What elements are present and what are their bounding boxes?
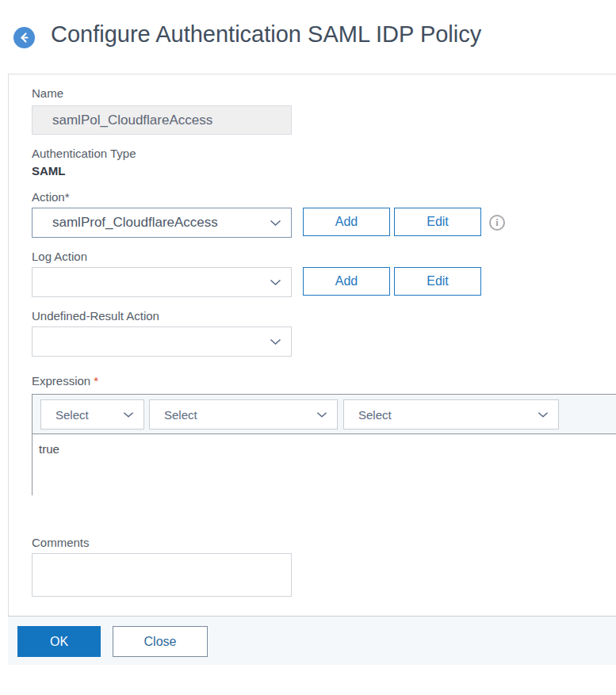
comments-field[interactable] <box>32 553 292 597</box>
panel-left-border <box>8 74 9 665</box>
undefined-result-action-select[interactable] <box>32 326 292 357</box>
action-edit-button[interactable]: Edit <box>394 208 481 236</box>
chevron-down-icon <box>270 279 281 286</box>
close-button[interactable]: Close <box>113 626 208 657</box>
arrow-left-icon <box>18 32 30 44</box>
page-title: Configure Authentication SAML IDP Policy <box>51 21 481 48</box>
info-icon[interactable]: i <box>489 215 505 231</box>
name-field[interactable] <box>32 105 292 135</box>
chevron-down-icon <box>270 220 281 227</box>
expression-builder: Select Select Select true <box>32 394 616 495</box>
auth-type-value: SAML <box>32 164 66 178</box>
name-label: Name <box>32 86 63 100</box>
expression-select-1-value: Select <box>41 408 89 422</box>
comments-label: Comments <box>32 536 90 549</box>
expression-select-3[interactable]: Select <box>343 399 559 430</box>
footer-bar: OK Close <box>8 616 616 665</box>
expression-select-2-value: Select <box>150 408 197 422</box>
expression-label: Expression* <box>32 374 98 388</box>
chevron-down-icon <box>316 411 327 418</box>
expression-select-3-value: Select <box>344 408 392 422</box>
action-label: Action* <box>32 190 70 204</box>
expression-select-1[interactable]: Select <box>40 399 144 430</box>
expression-select-2[interactable]: Select <box>149 399 338 430</box>
chevron-down-icon <box>123 411 134 418</box>
required-asterisk: * <box>94 374 98 388</box>
action-add-button[interactable]: Add <box>303 208 390 236</box>
log-action-select[interactable] <box>32 267 292 297</box>
auth-type-label: Authentication Type <box>32 147 136 160</box>
action-select[interactable]: samlProf_CloudflareAccess <box>32 208 292 238</box>
back-button[interactable] <box>13 27 35 48</box>
undefined-result-action-label: Undefined-Result Action <box>32 309 159 323</box>
log-action-edit-button[interactable]: Edit <box>394 267 481 296</box>
log-action-label: Log Action <box>32 250 87 263</box>
expression-toolbar: Select Select Select <box>33 395 616 434</box>
expression-editor[interactable]: true <box>33 434 616 495</box>
action-select-value: samlProf_CloudflareAccess <box>33 215 270 231</box>
chevron-down-icon <box>538 411 549 418</box>
ok-button[interactable]: OK <box>17 626 101 657</box>
log-action-add-button[interactable]: Add <box>303 267 390 296</box>
chevron-down-icon <box>270 338 281 346</box>
panel-top-border <box>8 74 616 74</box>
